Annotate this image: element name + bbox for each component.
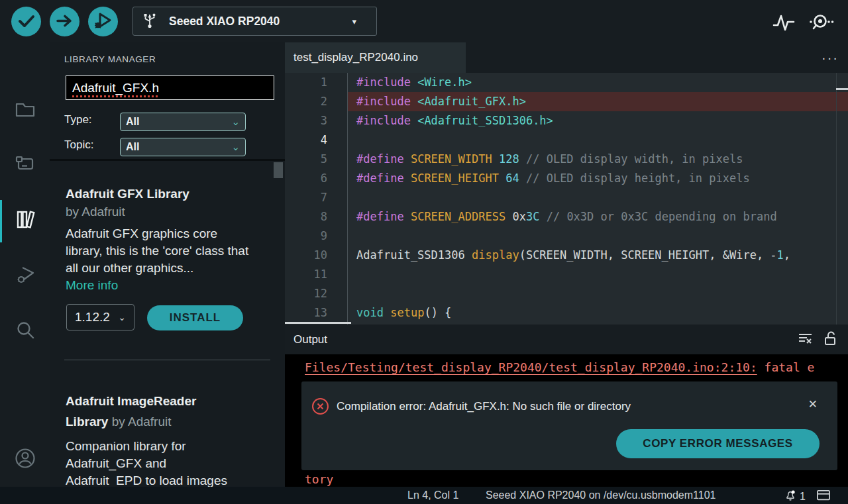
error-circle-icon bbox=[311, 397, 329, 418]
serial-plotter-icon bbox=[772, 25, 796, 34]
verify-button[interactable] bbox=[11, 7, 41, 36]
code-line[interactable]: #define SCREEN_HEIGHT 64 // OLED display… bbox=[347, 169, 848, 188]
error-line-rest: fatal e bbox=[757, 360, 815, 374]
board-port-indicator[interactable]: Seeed XIAO RP2040 on /dev/cu.usbmodem110… bbox=[486, 487, 716, 504]
more-info-link[interactable]: More info bbox=[66, 278, 254, 293]
unlock-icon bbox=[823, 330, 837, 348]
cursor-position-indicator[interactable]: Ln 4, Col 1 bbox=[407, 487, 458, 504]
output-panel-header: Output bbox=[285, 325, 848, 354]
code-line[interactable] bbox=[347, 227, 848, 246]
toolbar: Seeed XIAO RP2040 ▾ bbox=[0, 0, 848, 42]
more-actions-button[interactable]: ··· bbox=[822, 42, 839, 73]
library-title-author: Adafruit ImageReader Library by Adafruit bbox=[66, 391, 225, 432]
debug-button[interactable] bbox=[88, 7, 118, 36]
editor-code-rows: #include <Wire.h>#include <Adafruit_GFX.… bbox=[347, 73, 848, 323]
sidebar-item-boards-manager[interactable] bbox=[0, 144, 50, 185]
debug-play-bug-icon bbox=[88, 6, 118, 38]
serial-plotter-button[interactable] bbox=[772, 11, 796, 34]
library-title: Adafruit GFX Library bbox=[66, 185, 254, 202]
library-manager-panel: LIBRARY MANAGER Adafruit_GFX.h Type: All… bbox=[50, 42, 285, 487]
code-editor[interactable]: 12345678910111213 #include <Wire.h>#incl… bbox=[285, 73, 848, 325]
chevron-down-icon: ⌄ bbox=[231, 119, 240, 125]
board-selector-dropdown[interactable]: Seeed XIAO RP2040 ▾ bbox=[132, 7, 377, 36]
line-number: 12 bbox=[285, 284, 347, 303]
code-line[interactable] bbox=[347, 265, 848, 284]
type-filter-label: Type: bbox=[64, 113, 92, 126]
code-line[interactable]: #define SCREEN_ADDRESS 0x3C // 0x3D or 0… bbox=[347, 207, 848, 227]
folder-icon bbox=[13, 97, 38, 125]
notification-message: Compilation error: Adafruit_GFX.h: No su… bbox=[337, 400, 631, 413]
clear-output-button[interactable] bbox=[798, 331, 814, 348]
bell-icon bbox=[784, 489, 797, 504]
overview-ruler[interactable] bbox=[836, 73, 848, 325]
library-description: Companion library for Adafruit_GFX and A… bbox=[66, 438, 241, 487]
sidebar-item-sketchbook[interactable] bbox=[0, 90, 50, 131]
tab-sketch-file[interactable]: test_display_RP2040.ino bbox=[285, 42, 466, 73]
code-line[interactable] bbox=[347, 284, 848, 303]
serial-monitor-icon bbox=[807, 25, 836, 34]
code-line[interactable]: void setup() { bbox=[347, 303, 848, 323]
line-number: 13 bbox=[285, 303, 347, 323]
line-number: 3 bbox=[285, 111, 347, 130]
library-list-item[interactable]: Adafruit GFX Library by Adafruit Adafrui… bbox=[66, 185, 254, 293]
clear-output-icon bbox=[798, 331, 814, 348]
chevron-down-icon: ⌄ bbox=[231, 144, 240, 150]
type-filter-select[interactable]: All ⌄ bbox=[120, 113, 246, 131]
code-line[interactable]: #include <Adafruit_SSD1306.h> bbox=[347, 111, 848, 130]
close-icon: ✕ bbox=[808, 398, 818, 411]
line-number: 1 bbox=[285, 73, 347, 92]
line-number: 2 bbox=[285, 92, 347, 111]
code-line[interactable]: Adafruit_SSD1306 display(SCREEN_WIDTH, S… bbox=[347, 246, 848, 265]
toggle-bottom-panel-button[interactable] bbox=[816, 489, 831, 503]
error-file-link[interactable]: Files/Testing/test_display_RP2040/test_d… bbox=[305, 360, 757, 374]
library-search-input[interactable]: Adafruit_GFX.h bbox=[66, 76, 274, 100]
line-number: 8 bbox=[285, 207, 347, 227]
code-line[interactable]: #define SCREEN_WIDTH 128 // OLED display… bbox=[347, 150, 848, 169]
console-error-tail: tory bbox=[305, 472, 333, 486]
code-line[interactable]: #include <Wire.h> bbox=[347, 73, 848, 92]
panel-divider bbox=[50, 159, 285, 161]
usb-icon bbox=[142, 11, 157, 32]
scroll-position-marker bbox=[836, 88, 848, 90]
library-description: Adafruit GFX graphics core library, this… bbox=[66, 225, 254, 277]
library-list-scrollbar[interactable] bbox=[274, 162, 283, 178]
gutter-divider bbox=[347, 73, 348, 325]
tab-label: test_display_RP2040.ino bbox=[293, 51, 418, 64]
code-line[interactable] bbox=[347, 130, 848, 150]
sidebar-item-search[interactable] bbox=[0, 311, 50, 352]
copy-error-messages-button[interactable]: COPY ERROR MESSAGES bbox=[616, 429, 820, 458]
arrow-right-icon bbox=[50, 6, 80, 38]
close-notification-button[interactable]: ✕ bbox=[808, 397, 818, 411]
library-list-item[interactable]: Adafruit ImageReader Library by Adafruit bbox=[66, 391, 225, 432]
topic-filter-select[interactable]: All ⌄ bbox=[120, 138, 246, 156]
sidebar-item-debug[interactable] bbox=[0, 255, 50, 296]
serial-monitor-button[interactable] bbox=[807, 11, 836, 34]
code-line[interactable] bbox=[347, 188, 848, 207]
chevron-down-icon: ⌄ bbox=[118, 314, 126, 321]
editor-tab-bar: test_display_RP2040.ino ··· bbox=[285, 42, 848, 73]
arduino-ide-window: Seeed XIAO RP2040 ▾ bbox=[0, 0, 848, 504]
editor-gutter: 12345678910111213 bbox=[285, 73, 347, 325]
panel-title: LIBRARY MANAGER bbox=[64, 54, 156, 64]
line-number: 6 bbox=[285, 169, 347, 188]
upload-button[interactable] bbox=[50, 7, 80, 36]
install-button[interactable]: INSTALL bbox=[147, 305, 243, 330]
topic-filter-label: Topic: bbox=[64, 138, 93, 152]
line-number: 9 bbox=[285, 227, 347, 246]
sidebar-item-library-manager[interactable] bbox=[0, 201, 50, 242]
search-icon bbox=[13, 318, 38, 346]
type-filter-value: All bbox=[126, 116, 139, 128]
toggle-autoscroll-button[interactable] bbox=[823, 330, 837, 348]
debug-sidebar-icon bbox=[13, 262, 38, 289]
sidebar-item-account[interactable] bbox=[0, 439, 50, 480]
horizontal-scrollbar[interactable] bbox=[285, 322, 351, 324]
notifications-button[interactable]: 1 bbox=[784, 489, 806, 504]
version-select[interactable]: 1.12.2 ⌄ bbox=[66, 304, 134, 330]
line-number: 5 bbox=[285, 150, 347, 169]
chevron-down-icon: ▾ bbox=[352, 17, 356, 26]
board-chip-icon bbox=[13, 151, 38, 179]
ellipsis-icon: ··· bbox=[822, 50, 839, 66]
code-line[interactable]: #include <Adafruit_GFX.h> bbox=[347, 92, 848, 111]
library-search-value: Adafruit_GFX.h bbox=[72, 81, 159, 95]
output-panel-title: Output bbox=[293, 333, 327, 346]
